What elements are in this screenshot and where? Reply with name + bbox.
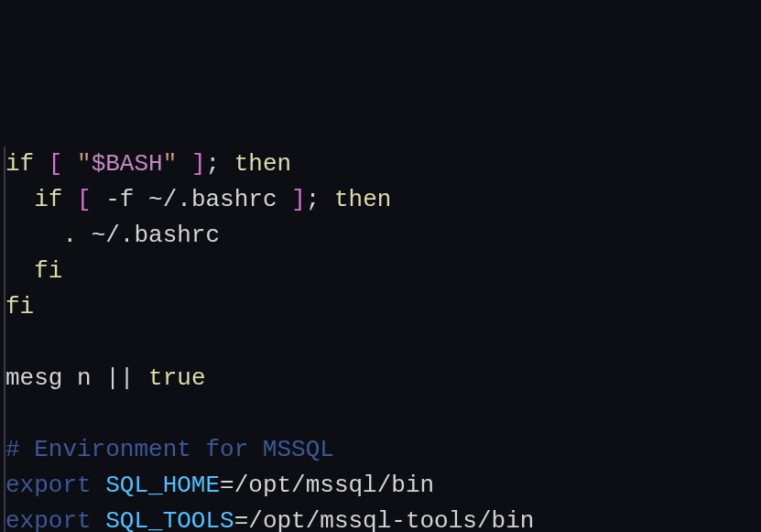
code-line-9: export SQL_TOOLS=/opt/mssql-tools/bin (5, 507, 534, 532)
arg-n: n (77, 364, 92, 392)
keyword-if: if (34, 186, 62, 213)
keyword-export: export (5, 472, 92, 499)
keyword-then: then (334, 186, 391, 213)
source-dot: . (62, 222, 77, 249)
path-value: /opt/mssql-tools/bin (248, 507, 534, 532)
variable-bash: $BASH (92, 150, 163, 178)
keyword-then: then (234, 150, 291, 178)
flag: -f (105, 186, 134, 213)
quote: " (163, 150, 178, 178)
keyword-if: if (5, 150, 34, 178)
path: ~/.bashrc (148, 186, 277, 213)
keyword-fi: fi (34, 257, 62, 285)
code-line-8: export SQL_HOME=/opt/mssql/bin (5, 472, 434, 499)
semicolon: ; (306, 186, 321, 213)
semicolon: ; (206, 150, 221, 178)
code-line-7: # Environment for MSSQL (5, 436, 334, 463)
code-line-5: fi (5, 293, 34, 320)
code-line-1: if [ "$BASH" ]; then (5, 150, 291, 178)
bracket-close: ] (291, 186, 306, 213)
code-line-6: mesg n || true (5, 364, 206, 392)
keyword-fi: fi (5, 293, 34, 320)
pipes: || (105, 364, 134, 392)
path-value: /opt/mssql/bin (234, 472, 434, 499)
variable-sql-home: SQL_HOME (105, 472, 220, 499)
path: ~/.bashrc (92, 222, 220, 249)
comment: # Environment for MSSQL (5, 436, 334, 463)
code-line-3: . ~/.bashrc (5, 222, 220, 249)
bracket-open: [ (49, 150, 63, 178)
quote: " (77, 150, 92, 178)
cmd-true: true (148, 364, 205, 392)
keyword-export: export (5, 507, 92, 532)
bracket-open: [ (77, 186, 92, 213)
code-line-4: fi (5, 257, 62, 285)
code-line-2: if [ -f ~/.bashrc ]; then (5, 186, 391, 213)
equals: = (234, 507, 249, 532)
bracket-close: ] (191, 150, 206, 178)
cmd-mesg: mesg (5, 364, 62, 392)
variable-sql-tools: SQL_TOOLS (105, 507, 234, 532)
equals: = (220, 472, 234, 499)
code-editor[interactable]: if [ "$BASH" ]; then if [ -f ~/.bashrc ]… (4, 147, 757, 532)
